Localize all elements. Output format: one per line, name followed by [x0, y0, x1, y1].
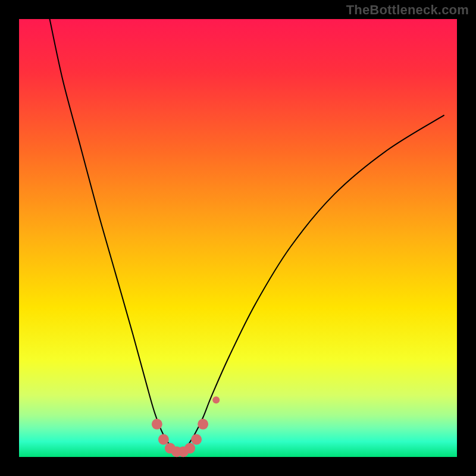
- trough-marker: [198, 419, 208, 430]
- trough-marker: [191, 434, 202, 445]
- chart-frame: TheBottleneck.com: [0, 0, 476, 476]
- bottleneck-chart: [0, 0, 476, 476]
- watermark-text: TheBottleneck.com: [346, 2, 469, 18]
- trough-marker: [184, 443, 195, 453]
- plot-background: [19, 19, 457, 457]
- trough-marker: [158, 434, 169, 445]
- trough-marker: [212, 396, 220, 403]
- trough-marker: [152, 419, 162, 430]
